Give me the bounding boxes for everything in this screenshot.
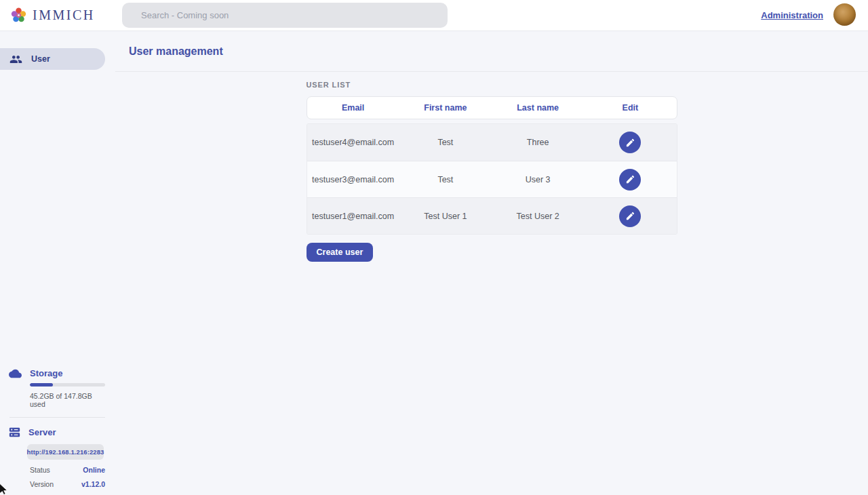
server-version-value: v1.12.0	[81, 480, 105, 488]
server-url-badge: http://192.168.1.216:2283	[27, 444, 104, 460]
col-header-edit: Edit	[584, 103, 676, 113]
pencil-icon	[625, 138, 635, 148]
main-content: User management USER LIST Email First na…	[115, 31, 868, 495]
user-list-label: USER LIST	[307, 81, 677, 89]
edit-user-button[interactable]	[619, 169, 641, 191]
user-table: testuser4@email.com Test Three te	[307, 123, 677, 235]
sidebar-item-label: User	[31, 54, 50, 64]
sidebar: User Storage 45.2GB of 147.8GB used	[0, 31, 115, 495]
server-version-label: Version	[30, 480, 54, 488]
divider	[9, 417, 105, 418]
edit-user-button[interactable]	[619, 132, 641, 153]
administration-link[interactable]: Administration	[761, 10, 823, 20]
server-status-value: Online	[83, 466, 105, 474]
brand: IMMICH	[0, 7, 95, 23]
storage-progress-bar	[30, 383, 105, 387]
server-status-label: Status	[30, 466, 50, 474]
cell-last-name: Three	[492, 138, 584, 147]
immich-logo-icon	[11, 7, 26, 23]
page-header: User management	[115, 31, 868, 72]
storage-progress-fill	[30, 383, 53, 387]
top-nav: IMMICH Administration	[0, 0, 868, 31]
cell-email: testuser4@email.com	[307, 138, 399, 147]
mouse-cursor	[0, 483, 9, 495]
user-avatar[interactable]	[833, 3, 856, 26]
server-icon	[9, 427, 20, 438]
server-title: Server	[28, 427, 56, 437]
col-header-first-name: First name	[399, 103, 492, 113]
cell-email: testuser3@email.com	[307, 175, 399, 184]
storage-title: Storage	[30, 368, 62, 378]
pencil-icon	[625, 211, 635, 221]
edit-user-button[interactable]	[619, 205, 641, 227]
brand-name: IMMICH	[33, 7, 95, 23]
search-input[interactable]	[122, 3, 448, 28]
cell-first-name: Test User 1	[399, 212, 492, 221]
col-header-email: Email	[307, 103, 399, 113]
sidebar-item-user[interactable]: User	[0, 48, 105, 70]
page-title: User management	[129, 45, 223, 58]
cloud-icon	[9, 369, 22, 378]
cell-first-name: Test	[399, 138, 492, 147]
cell-last-name: User 3	[492, 175, 584, 184]
sidebar-footer: Storage 45.2GB of 147.8GB used	[0, 368, 106, 488]
cell-last-name: Test User 2	[492, 212, 584, 221]
table-row: testuser3@email.com Test User 3	[307, 161, 677, 197]
cell-first-name: Test	[399, 175, 492, 184]
table-header-row: Email First name Last name Edit	[307, 96, 677, 119]
storage-usage-text: 45.2GB of 147.8GB used	[30, 392, 106, 408]
pencil-icon	[625, 174, 635, 184]
table-row: testuser1@email.com Test User 1 Test Use…	[307, 197, 677, 234]
users-icon	[9, 53, 22, 66]
cell-email: testuser1@email.com	[307, 212, 399, 221]
table-row: testuser4@email.com Test Three	[307, 124, 677, 161]
col-header-last-name: Last name	[492, 103, 584, 113]
create-user-button[interactable]: Create user	[307, 243, 374, 262]
